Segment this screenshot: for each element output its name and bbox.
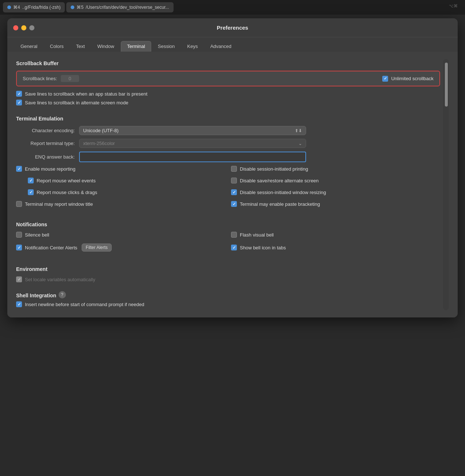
enq-answer-back-label: ENQ answer back: bbox=[16, 154, 75, 160]
terminal-report-window-title-row: Terminal may report window title bbox=[16, 201, 225, 207]
flash-visual-bell-checkbox[interactable] bbox=[231, 232, 237, 238]
scrollback-highlighted-row: Scrollback lines: Unlimited scrollback bbox=[16, 71, 440, 86]
unlimited-scrollback-group: Unlimited scrollback bbox=[382, 76, 434, 82]
report-terminal-type-value: xterm-256color bbox=[83, 141, 115, 146]
tab-shortcut-2: ⌘5 bbox=[77, 5, 83, 10]
window-title: Preferences bbox=[217, 25, 248, 31]
tab-shortcut-1: ⌘4 bbox=[13, 5, 20, 10]
flash-visual-bell-label: Flash visual bell bbox=[240, 232, 274, 238]
traffic-lights bbox=[13, 25, 34, 30]
terminal-tab-2[interactable]: ⌘5 /Users/crifan/dev/dev_tool/reverse_se… bbox=[66, 2, 173, 12]
report-terminal-type-label: Report terminal type: bbox=[16, 141, 75, 146]
filter-alerts-button[interactable]: Filter Alerts bbox=[82, 243, 112, 252]
title-bar: Preferences bbox=[7, 18, 458, 37]
insert-newline-label: Insert newline before start of command p… bbox=[25, 302, 144, 307]
tab-advanced[interactable]: Advanced bbox=[204, 41, 237, 51]
save-lines-alternate-checkbox[interactable] bbox=[16, 100, 22, 105]
tab-colors[interactable]: Colors bbox=[44, 41, 70, 51]
terminal-emulation-checkboxes: Enable mouse reporting Disable session-i… bbox=[16, 166, 440, 210]
tab-keys[interactable]: Keys bbox=[181, 41, 204, 51]
preferences-window: Preferences General Colors Text Window T… bbox=[7, 18, 458, 317]
enq-answer-back-input[interactable] bbox=[79, 152, 306, 162]
tab-terminal[interactable]: Terminal bbox=[121, 41, 151, 52]
save-lines-alternate-row: Save lines to scrollback in alternate sc… bbox=[16, 100, 440, 105]
report-mouse-clicks-checkbox[interactable] bbox=[28, 189, 34, 195]
notifications-checkboxes: Silence bell Flash visual bell Notificat… bbox=[16, 232, 440, 254]
disable-window-resizing-row: Disable session-initiated window resizin… bbox=[231, 189, 440, 195]
save-lines-status-bar-label: Save lines to scrollback when an app sta… bbox=[25, 91, 148, 97]
terminal-paste-bracketing-label: Terminal may enable paste bracketing bbox=[240, 201, 320, 207]
shell-integration-title: Shell Integration bbox=[16, 293, 56, 298]
shell-integration-header: Shell Integration ? bbox=[16, 291, 440, 298]
main-content: Scrollback Buffer Scrollback lines: Unli… bbox=[16, 59, 440, 310]
set-locale-vars-label: Set locale variables automatically bbox=[25, 277, 95, 282]
disable-window-resizing-checkbox[interactable] bbox=[231, 189, 237, 195]
show-bell-icon-label: Show bell icon in tabs bbox=[240, 245, 286, 250]
notification-center-alerts-row: Notification Center Alerts Filter Alerts bbox=[16, 243, 225, 252]
tab-dot-2 bbox=[71, 5, 74, 9]
notification-center-alerts-label: Notification Center Alerts bbox=[25, 245, 77, 250]
flash-visual-bell-row: Flash visual bell bbox=[231, 232, 440, 238]
set-locale-vars-row: Set locale variables automatically bbox=[16, 276, 440, 282]
disable-save-restore-checkbox[interactable] bbox=[231, 178, 237, 183]
disable-save-restore-row: Disable save/restore alternate screen bbox=[231, 178, 440, 183]
close-button[interactable] bbox=[13, 25, 18, 30]
option-key-indicator: ⌥⌘ bbox=[449, 4, 458, 8]
silence-bell-checkbox[interactable] bbox=[16, 232, 22, 238]
scrollbar[interactable] bbox=[443, 59, 449, 310]
tab-window[interactable]: Window bbox=[92, 41, 120, 51]
notification-center-alerts-checkbox[interactable] bbox=[16, 245, 22, 250]
minimize-button[interactable] bbox=[21, 25, 26, 30]
scrollback-lines-label: Scrollback lines: bbox=[23, 76, 57, 81]
show-bell-icon-row: Show bell icon in tabs bbox=[231, 243, 440, 252]
report-terminal-type-row: Report terminal type: xterm-256color ⌄ bbox=[16, 139, 440, 148]
character-encoding-value: Unicode (UTF-8) bbox=[83, 128, 119, 133]
report-mouse-clicks-row: Report mouse clicks & drags bbox=[28, 189, 225, 195]
show-bell-icon-checkbox[interactable] bbox=[231, 245, 237, 250]
tab-label-2: /Users/crifan/dev/dev_tool/reverse_secur… bbox=[86, 5, 169, 10]
terminal-paste-bracketing-row: Terminal may enable paste bracketing bbox=[231, 201, 440, 207]
tabs-bar: General Colors Text Window Terminal Sess… bbox=[7, 37, 458, 52]
save-lines-status-bar-row: Save lines to scrollback when an app sta… bbox=[16, 91, 440, 97]
character-encoding-select[interactable]: Unicode (UTF-8) ⬆⬇ bbox=[79, 126, 306, 135]
save-lines-status-bar-checkbox[interactable] bbox=[16, 91, 22, 97]
tab-general[interactable]: General bbox=[15, 41, 43, 51]
save-lines-alternate-label: Save lines to scrollback in alternate sc… bbox=[25, 100, 129, 105]
terminal-tab-1[interactable]: ⌘4 ..g/Frida/frida (-zsh) bbox=[3, 2, 65, 12]
terminal-emulation-title: Terminal Emulation bbox=[16, 116, 440, 122]
terminal-paste-bracketing-checkbox[interactable] bbox=[231, 201, 237, 207]
scrollbar-thumb[interactable] bbox=[445, 63, 448, 107]
terminal-type-arrows-icon: ⌄ bbox=[298, 141, 302, 146]
scrollback-lines-group: Scrollback lines: bbox=[23, 75, 79, 82]
scrollback-buffer-title: Scrollback Buffer bbox=[16, 60, 440, 66]
maximize-button[interactable] bbox=[29, 25, 34, 30]
report-terminal-type-select[interactable]: xterm-256color ⌄ bbox=[79, 139, 306, 148]
enable-mouse-reporting-checkbox[interactable] bbox=[16, 166, 22, 172]
unlimited-scrollback-label: Unlimited scrollback bbox=[391, 76, 434, 81]
disable-window-resizing-label: Disable session-initiated window resizin… bbox=[240, 190, 326, 195]
disable-session-printing-row: Disable session-initiated printing bbox=[231, 166, 440, 172]
insert-newline-row: Insert newline before start of command p… bbox=[16, 301, 440, 307]
notifications-title: Notifications bbox=[16, 222, 440, 227]
terminal-report-window-title-label: Terminal may report window title bbox=[25, 201, 93, 207]
insert-newline-checkbox[interactable] bbox=[16, 301, 22, 307]
character-encoding-row: Character encoding: Unicode (UTF-8) ⬆⬇ bbox=[16, 126, 440, 135]
set-locale-vars-checkbox[interactable] bbox=[16, 276, 22, 282]
silence-bell-label: Silence bell bbox=[25, 232, 49, 238]
disable-session-printing-label: Disable session-initiated printing bbox=[240, 166, 308, 172]
unlimited-scrollback-checkbox[interactable] bbox=[382, 76, 388, 82]
tab-dot-1 bbox=[7, 5, 11, 9]
tab-text[interactable]: Text bbox=[70, 41, 91, 51]
shell-integration-help-button[interactable]: ? bbox=[59, 291, 66, 298]
enable-mouse-reporting-label: Enable mouse reporting bbox=[25, 166, 75, 172]
scrollback-lines-input[interactable] bbox=[61, 75, 79, 82]
top-bar: ⌘4 ..g/Frida/frida (-zsh) ⌘5 /Users/crif… bbox=[0, 0, 465, 15]
report-mouse-clicks-label: Report mouse clicks & drags bbox=[37, 190, 97, 195]
report-mouse-wheel-row: Report mouse wheel events bbox=[28, 178, 225, 183]
tab-session[interactable]: Session bbox=[152, 41, 181, 51]
disable-session-printing-checkbox[interactable] bbox=[231, 166, 237, 172]
terminal-report-window-title-checkbox[interactable] bbox=[16, 201, 22, 207]
report-mouse-wheel-checkbox[interactable] bbox=[28, 178, 34, 183]
content-area: Scrollback Buffer Scrollback lines: Unli… bbox=[7, 52, 458, 317]
disable-save-restore-label: Disable save/restore alternate screen bbox=[240, 178, 319, 183]
